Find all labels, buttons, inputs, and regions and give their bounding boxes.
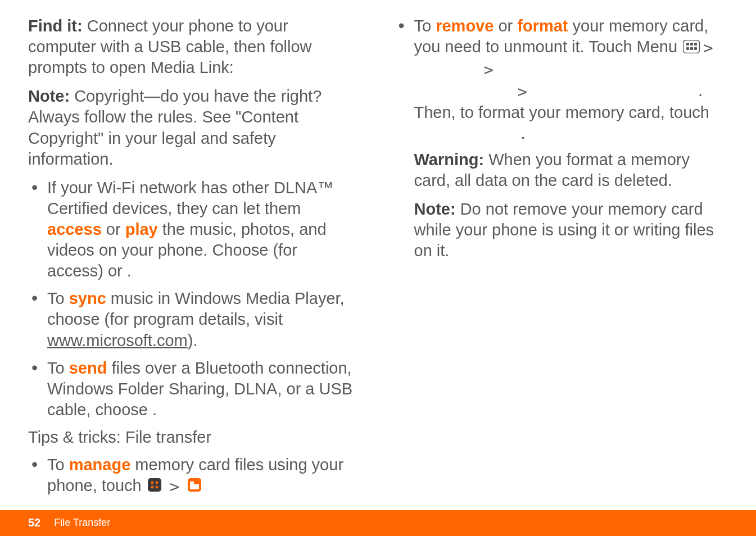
- bullet-rf-d: Then, to format your memory card, touch: [414, 103, 709, 121]
- bullet-rf-arrow1: >: [703, 38, 713, 58]
- bullet-sync: To sync music in Windows Media Player, c…: [28, 288, 356, 351]
- bullet-dlna-play: play: [125, 220, 158, 238]
- svg-rect-7: [683, 40, 700, 53]
- svg-point-3: [151, 486, 153, 489]
- svg-rect-11: [686, 47, 689, 50]
- page: Find it: Connect your phone to your comp…: [0, 0, 756, 536]
- bullet-rf-b: or: [494, 17, 517, 35]
- note1-label: Note:: [28, 87, 70, 105]
- right-column: To remove or format your memory card, yo…: [395, 16, 723, 504]
- bullet-sync-a: To: [47, 289, 69, 307]
- bullet-manage-a: To: [47, 456, 69, 474]
- svg-rect-8: [686, 43, 689, 46]
- left-bullets-1: If your Wi-Fi network has other DLNA™ Ce…: [28, 178, 356, 420]
- svg-point-2: [155, 482, 158, 484]
- bullet-dlna: If your Wi-Fi network has other DLNA™ Ce…: [28, 178, 356, 282]
- bullet-dlna-b: or: [102, 220, 125, 238]
- bullet-manage: To manage memory card files using your p…: [28, 455, 356, 497]
- svg-rect-9: [690, 43, 693, 46]
- content-columns: Find it: Connect your phone to your comp…: [0, 0, 756, 504]
- bullet-sync-link[interactable]: www.microsoft.com: [47, 331, 188, 349]
- bullet-send-kw: send: [69, 359, 107, 377]
- note2-text: Do not remove your memory card while you…: [414, 200, 714, 260]
- menu-icon: [683, 38, 700, 58]
- warning-paragraph: Warning: When you format a memory card, …: [414, 149, 723, 191]
- bullet-rf-e: .: [521, 124, 526, 142]
- bullet-send-a: To: [47, 359, 69, 377]
- note2-label: Note:: [414, 200, 456, 218]
- bullet-rf-dot: .: [698, 81, 703, 99]
- find-it-label: Find it:: [28, 17, 83, 35]
- bullet-sync-d: ).: [188, 331, 198, 349]
- bullet-rf-format: format: [517, 17, 568, 35]
- apps-icon: [147, 476, 162, 497]
- bullet-rf-remove: remove: [436, 17, 494, 35]
- svg-rect-10: [694, 43, 697, 46]
- tips-heading: Tips & tricks: File transfer: [28, 427, 356, 448]
- bullet-rf-arrow3: >: [518, 81, 527, 102]
- note2-paragraph: Note: Do not remove your memory card whi…: [414, 199, 723, 261]
- bullet-manage-kw: manage: [69, 456, 131, 474]
- svg-rect-13: [694, 47, 697, 50]
- warning-label: Warning:: [414, 151, 485, 169]
- bullet-sync-c: (for program details, visit: [105, 310, 283, 328]
- bullet-send: To send files over a Bluetooth connectio…: [28, 358, 356, 420]
- bullet-sync-kw: sync: [69, 289, 106, 307]
- bullet-manage-arrow: >: [170, 476, 179, 497]
- svg-rect-6: [190, 482, 194, 484]
- find-it-paragraph: Find it: Connect your phone to your comp…: [28, 16, 356, 78]
- left-bullets-2: To manage memory card files using your p…: [28, 455, 356, 497]
- bullet-dlna-e: .: [127, 262, 132, 280]
- footer-section: File Transfer: [54, 516, 110, 529]
- bullet-rf-a: To: [414, 17, 436, 35]
- bullet-dlna-access: access: [47, 220, 102, 238]
- bullet-send-c: .: [152, 401, 157, 419]
- right-bullets: To remove or format your memory card, yo…: [395, 16, 723, 262]
- left-column: Find it: Connect your phone to your comp…: [28, 16, 356, 504]
- files-icon: [187, 476, 202, 497]
- footer-bar: 52 File Transfer: [0, 510, 756, 536]
- page-number: 52: [28, 516, 40, 530]
- bullet-rf-arrow2: >: [484, 60, 494, 80]
- note1-text: Copyright—do you have the right? Always …: [28, 87, 322, 167]
- svg-rect-0: [148, 478, 161, 492]
- note1-paragraph: Note: Copyright—do you have the right? A…: [28, 86, 356, 169]
- bullet-remove-format: To remove or format your memory card, yo…: [395, 16, 723, 262]
- svg-rect-12: [690, 47, 693, 50]
- bullet-dlna-a: If your Wi-Fi network has other DLNA™ Ce…: [47, 179, 333, 217]
- svg-point-4: [155, 486, 158, 489]
- svg-point-1: [151, 482, 153, 484]
